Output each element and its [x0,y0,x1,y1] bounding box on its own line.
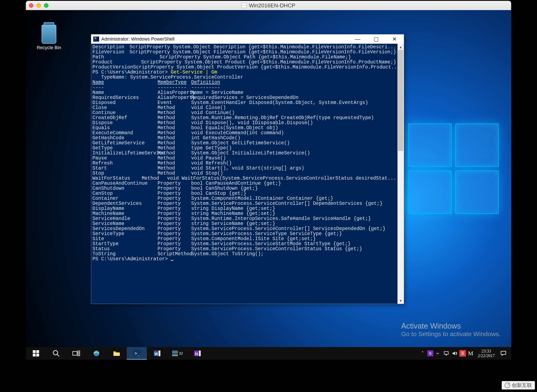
svg-point-4 [53,351,58,355]
trash-icon [42,25,56,44]
taskbar-onenote[interactable]: N [187,347,207,360]
member-row: EqualsMethodbool Equals(System.Object ob… [93,126,396,131]
taskbar[interactable]: >_ W 32 N ˄ N ✂ [26,347,511,360]
powershell-window[interactable]: Administrator: Windows PowerShell — ▢ ✕ … [91,34,404,304]
svg-rect-6 [73,351,77,355]
member-row: ContinueMethodvoid Continue() [93,110,396,115]
powershell-icon [93,37,99,42]
folder-icon [113,350,120,357]
member-row: ServiceTypePropertySystem.ServiceProcess… [93,231,396,236]
member-row: WaitForStatusMethodvoid WaitForStatus(Sy… [93,176,396,181]
svg-rect-20 [199,351,201,356]
word-icon: W [153,350,161,357]
search-button[interactable] [46,347,66,360]
output-line: TypeName: System.ServiceProcess.ServiceC… [93,75,396,80]
vm-title: Win2016EN-DHCP [26,2,511,9]
svg-rect-21 [444,351,448,354]
powershell-body[interactable]: ▲ ▼ DescriptionScriptProperty System.Obj… [91,44,404,304]
svg-rect-10 [113,353,120,356]
member-row: CanShutdownPropertybool CanShutdown {get… [93,186,396,191]
vm-title-text: Win2016EN-DHCP [249,2,295,9]
powershell-output[interactable]: DescriptionScriptProperty System.Object … [91,44,397,304]
scroll-down-icon[interactable]: ▼ [397,298,404,304]
member-row: StopMethodvoid Stop() [93,171,396,176]
member-row: DisposedEventSystem.EventHandler Dispose… [93,100,396,105]
taskbar-ie[interactable] [86,347,107,360]
tray-volume-icon[interactable] [451,347,458,360]
search-icon [52,350,60,357]
powershell-title-text: Administrator: Windows PowerShell [101,36,174,42]
member-row: ServicesDependedOnPropertySystem.Service… [93,226,396,231]
member-row: RefreshMethodvoid Refresh() [93,161,396,166]
tray-overflow-icon[interactable]: ˄ [419,347,426,360]
taskbar-explorer[interactable] [107,347,127,360]
server-manager-icon [171,350,179,357]
page-watermark: 创新互联 [502,381,535,389]
member-row: DependentServicesPropertySystem.ServiceP… [93,201,396,206]
action-center-icon [500,350,507,356]
svg-rect-15 [159,351,160,356]
windows-logo-wallpaper [408,124,499,214]
svg-rect-1 [36,350,39,353]
taskbar-word[interactable]: W [147,347,167,360]
prompt-line[interactable]: PS C:\Users\Administrator> [93,257,396,261]
minimize-button[interactable]: — [348,34,367,44]
windows-desktop[interactable]: Recycle Bin Activate Windows Go to Setti… [26,10,511,360]
recycle-bin-icon[interactable]: Recycle Bin [36,25,61,50]
svg-rect-7 [78,351,80,353]
vm-titlebar[interactable]: Win2016EN-DHCP [26,1,511,10]
svg-rect-16 [172,351,178,354]
output-row: ProductVersionScriptProperty System.Obje… [93,65,396,70]
member-row: DisplayNamePropertystring DisplayName {g… [93,206,396,211]
member-row: PauseMethodvoid Pause() [93,156,396,161]
taskbar-clock[interactable]: 23:33 2/22/2017 [475,349,497,358]
member-row: GetTypeMethodtype GetType() [93,146,396,151]
member-row: GetLifetimeServiceMethodSystem.Object Ge… [93,140,396,146]
member-row: ExecuteCommandMethodvoid ExecuteCommand(… [93,131,396,135]
member-row: StatusPropertySystem.ServiceProcess.Serv… [93,246,396,252]
recycle-bin-label: Recycle Bin [36,45,61,50]
output-row: ProductScriptProperty System.Object Prod… [93,60,396,65]
ime-lang-indicator[interactable]: 英 [459,350,466,357]
member-row: CloseMethodvoid Close() [93,105,396,110]
svg-rect-3 [36,354,39,357]
taskview-button[interactable] [66,347,86,360]
scroll-up-icon[interactable]: ▲ [397,44,404,50]
powershell-titlebar[interactable]: Administrator: Windows PowerShell — ▢ ✕ [91,34,404,44]
clock-time: 23:33 [478,349,495,353]
maximize-button[interactable]: ▢ [367,34,385,44]
member-row: ServiceHandlePropertySystem.Runtime.Inte… [93,216,396,221]
start-button[interactable] [26,347,46,360]
system-tray[interactable]: ˄ N ✂ 英 M 23:33 2/22/2017 [419,347,511,360]
member-row: DisposeMethodvoid Dispose(), void IDispo… [93,120,396,126]
activation-watermark: Activate Windows Go to Settings to activ… [401,322,501,338]
member-row: MachineNamePropertystring MachineName {g… [93,211,396,216]
vm-window: Win2016EN-DHCP Recycle Bin Activate Wind… [26,1,511,360]
member-row: ToStringScriptMethodSystem.Object ToStri… [93,252,396,257]
output-row: FileVersionScriptProperty System.Object … [93,50,396,55]
ie-icon [93,350,100,357]
activation-line2: Go to Settings to activate Windows. [401,331,501,338]
member-row: ServiceNamePropertystring ServiceName {g… [93,221,396,226]
taskbar-powershell[interactable]: >_ [127,347,147,360]
member-row: StartMethodvoid Start(), void Start(stri… [93,166,396,171]
member-row: CanPauseAndContinuePropertybool CanPause… [93,181,396,186]
svg-text:N: N [195,352,198,356]
taskbar-server-manager[interactable]: 32 [167,347,187,360]
member-row: CanStopPropertybool CanStop {get;} [93,191,396,196]
tray-onenote-icon[interactable]: N [427,350,433,356]
tray-network-icon[interactable] [443,347,450,360]
svg-text:W: W [154,352,158,356]
cursor [171,260,173,261]
output-row: DescriptionScriptProperty System.Object … [93,45,396,50]
windows-flag-icon [242,3,247,8]
member-header-underline: ------------------------ [93,85,396,90]
close-button[interactable]: ✕ [385,34,404,44]
watermark-text: 创新互联 [512,382,532,389]
svg-text:>_: >_ [135,351,140,356]
ime-mode-indicator[interactable]: M [467,347,474,360]
tray-scissors-icon[interactable]: ✂ [434,347,442,360]
scrollbar[interactable]: ▲ ▼ [397,44,404,304]
action-center-button[interactable] [498,347,509,360]
svg-rect-2 [33,354,36,357]
